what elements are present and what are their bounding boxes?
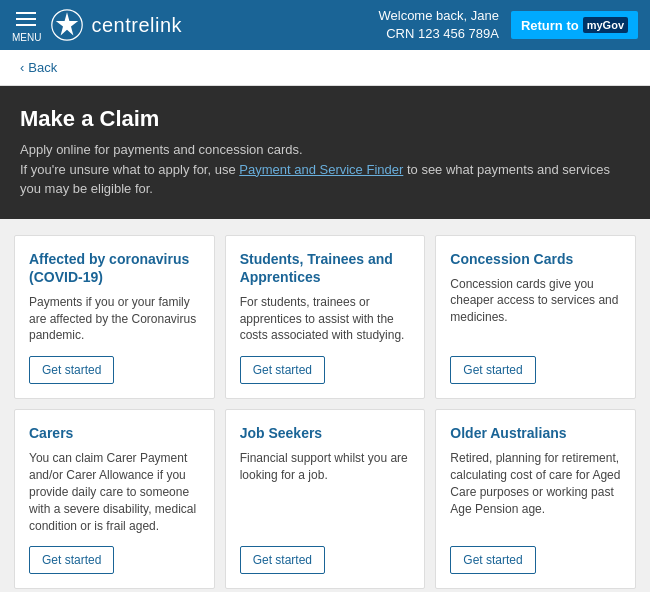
centrelink-logo-icon xyxy=(51,9,83,41)
get-started-button-0[interactable]: Get started xyxy=(29,356,114,384)
logo-text: centrelink xyxy=(91,14,182,37)
get-started-button-1[interactable]: Get started xyxy=(240,356,325,384)
payment-finder-link[interactable]: Payment and Service Finder xyxy=(239,162,403,177)
card-title-5: Older Australians xyxy=(450,424,621,442)
card-1: Students, Trainees and ApprenticesFor st… xyxy=(225,235,426,400)
card-4: Job SeekersFinancial support whilst you … xyxy=(225,409,426,589)
menu-button[interactable]: MENU xyxy=(12,8,41,43)
hero-title: Make a Claim xyxy=(20,106,630,132)
get-started-button-5[interactable]: Get started xyxy=(450,546,535,574)
hero-banner: Make a Claim Apply online for payments a… xyxy=(0,86,650,219)
main-content: Affected by coronavirus (COVID-19)Paymen… xyxy=(0,219,650,593)
card-description-4: Financial support whilst you are looking… xyxy=(240,450,411,534)
card-title-1: Students, Trainees and Apprentices xyxy=(240,250,411,286)
hero-description-line2: If you're unsure what to apply for, use … xyxy=(20,160,630,199)
back-navigation: ‹ Back xyxy=(0,50,650,86)
header-right: Welcome back, Jane CRN 123 456 789A Retu… xyxy=(378,7,638,43)
hero-description-line1: Apply online for payments and concession… xyxy=(20,140,630,160)
return-to-mygov-button[interactable]: Return to myGov xyxy=(511,11,638,39)
app-header: MENU centrelink Welcome back, Jane CRN 1… xyxy=(0,0,650,50)
svg-marker-1 xyxy=(56,12,78,35)
card-5: Older AustraliansRetired, planning for r… xyxy=(435,409,636,589)
back-link[interactable]: ‹ Back xyxy=(20,60,630,75)
card-title-3: Carers xyxy=(29,424,200,442)
card-grid: Affected by coronavirus (COVID-19)Paymen… xyxy=(14,235,636,593)
card-description-0: Payments if you or your family are affec… xyxy=(29,294,200,344)
card-3: CarersYou can claim Carer Payment and/or… xyxy=(14,409,215,589)
get-started-button-4[interactable]: Get started xyxy=(240,546,325,574)
card-0: Affected by coronavirus (COVID-19)Paymen… xyxy=(14,235,215,400)
card-description-5: Retired, planning for retirement, calcul… xyxy=(450,450,621,534)
card-title-0: Affected by coronavirus (COVID-19) xyxy=(29,250,200,286)
card-description-1: For students, trainees or apprentices to… xyxy=(240,294,411,344)
header-left: MENU centrelink xyxy=(12,8,182,43)
card-description-2: Concession cards give you cheaper access… xyxy=(450,276,621,345)
card-title-2: Concession Cards xyxy=(450,250,621,268)
card-2: Concession CardsConcession cards give yo… xyxy=(435,235,636,400)
back-chevron-icon: ‹ xyxy=(20,60,24,75)
card-title-4: Job Seekers xyxy=(240,424,411,442)
get-started-button-2[interactable]: Get started xyxy=(450,356,535,384)
centrelink-logo: centrelink xyxy=(51,9,182,41)
mygov-logo: myGov xyxy=(583,17,628,33)
welcome-text: Welcome back, Jane CRN 123 456 789A xyxy=(378,7,498,43)
card-description-3: You can claim Carer Payment and/or Carer… xyxy=(29,450,200,534)
get-started-button-3[interactable]: Get started xyxy=(29,546,114,574)
